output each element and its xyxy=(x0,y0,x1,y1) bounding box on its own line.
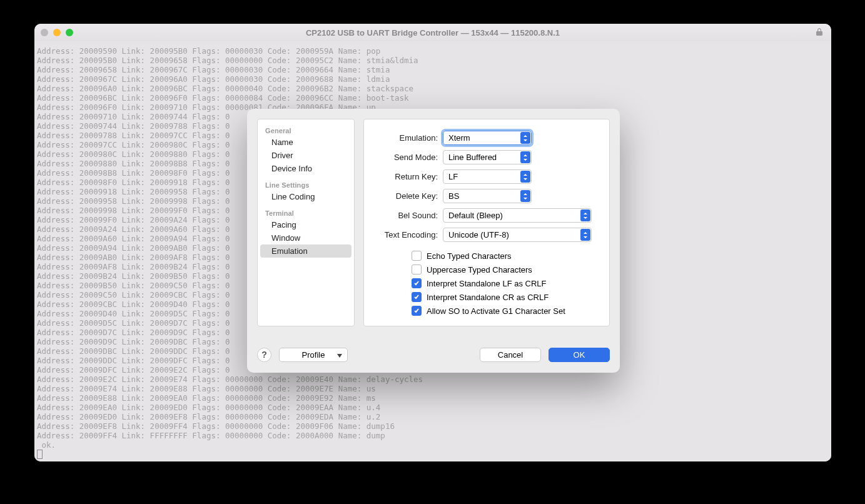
checkbox-icon xyxy=(412,306,422,316)
close-dot-icon[interactable] xyxy=(41,29,48,36)
uppercase-checkbox[interactable]: Uppercase Typed Characters xyxy=(412,265,597,275)
echo-label: Echo Typed Characters xyxy=(427,251,512,261)
dialog-footer: ? Profile Cancel OK xyxy=(247,336,620,373)
sidebar-item-name[interactable]: Name xyxy=(260,136,352,149)
updown-icon xyxy=(520,132,530,144)
updown-icon xyxy=(580,209,590,221)
chevron-down-icon xyxy=(337,350,342,360)
sendmode-select[interactable]: Line Buffered xyxy=(443,150,532,164)
profile-label: Profile xyxy=(302,350,325,360)
sidebar-item-driver[interactable]: Driver xyxy=(260,149,352,162)
sidebar-item-device-info[interactable]: Device Info xyxy=(260,162,352,175)
help-button[interactable]: ? xyxy=(257,348,271,362)
emulation-label: Emulation: xyxy=(377,133,438,143)
lf-crlf-label: Interpret Standalone LF as CRLF xyxy=(427,279,547,288)
checkbox-icon xyxy=(412,265,422,275)
sidebar-item-pacing[interactable]: Pacing xyxy=(260,218,352,231)
sidebar-header-line-settings: Line Settings xyxy=(258,175,354,190)
so-g1-label: Allow SO to Activate G1 Character Set xyxy=(427,306,565,316)
deletekey-select[interactable]: BS xyxy=(443,189,532,203)
cr-crlf-label: Interpret Standalone CR as CRLF xyxy=(427,293,549,302)
sidebar-item-window[interactable]: Window xyxy=(260,231,352,244)
belsound-select[interactable]: Default (Bleep) xyxy=(443,208,592,223)
emulation-checkboxes: Echo Typed Characters Uppercase Typed Ch… xyxy=(412,251,597,316)
updown-icon xyxy=(520,171,530,183)
zoom-dot-icon[interactable] xyxy=(66,29,73,36)
so-g1-checkbox[interactable]: Allow SO to Activate G1 Character Set xyxy=(412,306,597,316)
sidebar-header-terminal: Terminal xyxy=(258,203,354,218)
echo-checkbox[interactable]: Echo Typed Characters xyxy=(412,251,597,261)
textencoding-select[interactable]: Unicode (UTF-8) xyxy=(443,228,592,242)
cr-crlf-checkbox[interactable]: Interpret Standalone CR as CRLF xyxy=(412,292,597,302)
sidebar-item-line-coding[interactable]: Line Coding xyxy=(260,190,352,203)
belsound-label: Bel Sound: xyxy=(377,211,438,220)
returnkey-select[interactable]: LF xyxy=(443,169,532,184)
sidebar-item-emulation[interactable]: Emulation xyxy=(260,244,352,258)
traffic-lights xyxy=(41,24,73,41)
emulation-form: Emulation: Xterm Send Mode: Line Buffere… xyxy=(363,119,610,326)
emulation-value: Xterm xyxy=(448,133,470,143)
uppercase-label: Uppercase Typed Characters xyxy=(427,265,532,275)
deletekey-value: BS xyxy=(448,191,459,201)
lock-icon xyxy=(815,28,824,36)
sendmode-value: Line Buffered xyxy=(448,153,497,162)
sidebar-header-general: General xyxy=(258,123,354,136)
returnkey-value: LF xyxy=(448,172,458,181)
checkbox-icon xyxy=(412,292,422,302)
checkbox-icon xyxy=(412,251,422,261)
minimize-dot-icon[interactable] xyxy=(53,29,61,36)
lf-crlf-checkbox[interactable]: Interpret Standalone LF as CRLF xyxy=(412,278,597,288)
updown-icon xyxy=(580,229,590,241)
titlebar: CP2102 USB to UART Bridge Controller — 1… xyxy=(34,24,831,41)
updown-icon xyxy=(520,151,530,163)
cancel-button[interactable]: Cancel xyxy=(480,348,541,362)
textencoding-value: Unicode (UTF-8) xyxy=(448,230,509,239)
ok-button[interactable]: OK xyxy=(549,348,610,362)
textencoding-label: Text Encoding: xyxy=(377,230,438,239)
checkbox-icon xyxy=(412,278,422,288)
preferences-dialog: General Name Driver Device Info Line Set… xyxy=(247,109,620,373)
deletekey-label: Delete Key: xyxy=(377,191,438,201)
returnkey-label: Return Key: xyxy=(377,172,438,181)
emulation-select[interactable]: Xterm xyxy=(443,131,532,145)
preferences-sidebar: General Name Driver Device Info Line Set… xyxy=(257,119,355,326)
updown-icon xyxy=(520,190,530,202)
window-title: CP2102 USB to UART Bridge Controller — 1… xyxy=(34,28,831,38)
sendmode-label: Send Mode: xyxy=(377,153,438,162)
profile-dropdown[interactable]: Profile xyxy=(279,348,348,362)
belsound-value: Default (Bleep) xyxy=(448,211,503,220)
